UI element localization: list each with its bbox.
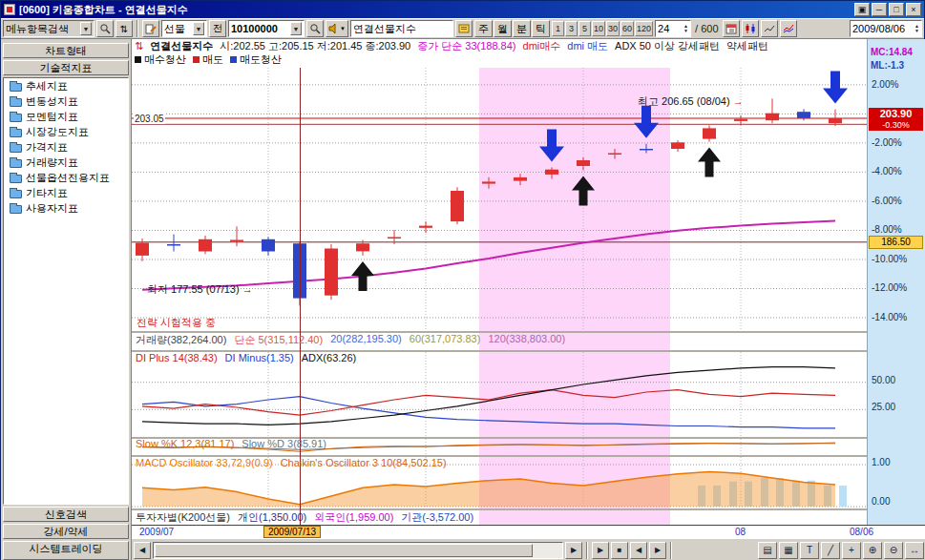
chevron-down-icon[interactable]: ▼ <box>290 22 302 35</box>
symbol-name-field[interactable]: 연결선물지수 <box>350 20 453 37</box>
minute-button-1[interactable]: 1 <box>552 21 564 36</box>
sort-button[interactable]: ⇅ <box>116 20 133 37</box>
sidebar-item-변동성지표[interactable]: 변동성지표 <box>4 93 128 109</box>
period-button-분[interactable]: 분 <box>513 20 531 37</box>
calendar-icon <box>725 23 737 34</box>
stop-button[interactable]: ■ <box>611 542 628 559</box>
stoch-legend-item: Slow %D 3(85.91) <box>242 438 326 449</box>
sidebar-item-사용자지표[interactable]: 사용자지표 <box>4 200 128 216</box>
period-button-틱[interactable]: 틱 <box>532 20 550 37</box>
instrument-combo[interactable]: 선물 ▼ <box>161 20 207 37</box>
sidebar-button-강세/약세[interactable]: 강세/약세 <box>3 524 129 539</box>
sidebar-item-label: 변동성지표 <box>26 94 78 109</box>
period-button-주[interactable]: 주 <box>474 20 493 37</box>
play-button[interactable]: ▶ <box>592 542 609 559</box>
scrollbar-track[interactable] <box>153 542 563 559</box>
calendar-button[interactable] <box>723 20 740 37</box>
step-forward-button[interactable]: ▶ <box>649 542 666 559</box>
sidebar-button-시스템트레이딩[interactable]: 시스템트레이딩 <box>3 541 129 560</box>
sidebar-item-시장강도지표[interactable]: 시장강도지표 <box>4 124 128 139</box>
chart-tool-buttons: ▤▦T╱+⊕⊖↔ <box>758 542 924 559</box>
chart-area[interactable]: ⇅ 연결선물지수 시:202.55 고:205.15 저:201.45 종:20… <box>132 39 867 525</box>
period-button-월[interactable]: 월 <box>494 20 512 37</box>
text-tool-button[interactable]: T <box>800 542 819 559</box>
sidebar-item-가격지표[interactable]: 가격지표 <box>4 139 128 155</box>
trendline-tool-button[interactable]: ╱ <box>821 542 840 559</box>
toolbar-separator <box>670 542 672 559</box>
compare-chart-button[interactable] <box>780 20 797 37</box>
folder-icon <box>10 114 22 122</box>
sidebar-item-label: 선물옵션전용지표 <box>26 171 110 185</box>
bottom-bar: ◀ ▶ ▶■◀▶ ▤▦T╱+⊕⊖↔ <box>132 538 925 560</box>
minute-button-10[interactable]: 10 <box>592 21 605 36</box>
chevron-down-icon[interactable]: ▼ <box>80 22 92 35</box>
scrollbar-thumb[interactable] <box>155 544 533 557</box>
sidebar-item-거래량지표[interactable]: 거래량지표 <box>4 155 128 170</box>
folder-icon <box>10 205 22 214</box>
menu-search-combo[interactable]: 메뉴항목검색 ▼ <box>3 20 95 37</box>
candle-chart-icon <box>745 23 756 34</box>
legend-item: 매도청산 <box>230 52 282 66</box>
dmi-legend-item: ADX(63.26) <box>302 352 356 363</box>
volume-legend-item: 120(338,803.00) <box>488 333 565 347</box>
step-back-button[interactable]: ◀ <box>630 542 647 559</box>
x-axis[interactable]: 2009/07 2009/07/13 08 08/06 <box>132 525 925 538</box>
pane-layout-button[interactable]: ▤ <box>758 542 777 559</box>
minute-button-60[interactable]: 60 <box>620 21 634 36</box>
popup-button[interactable]: ▣ <box>854 3 870 16</box>
sound-button[interactable]: ▼ <box>326 20 348 37</box>
code-search-button[interactable] <box>306 20 324 37</box>
sidebar-item-기타지표[interactable]: 기타지표 <box>4 185 128 200</box>
scroll-left-button[interactable]: ◀ <box>134 542 151 559</box>
code-combo[interactable]: 10100000 ▼ <box>228 20 305 37</box>
candle-chart-button[interactable] <box>742 20 759 37</box>
volume-pane-header: 거래량(382,264.00)단순 5(315,112.40)20(282,19… <box>136 333 565 347</box>
minimize-button[interactable]: ─ <box>872 3 887 16</box>
line-chart-button[interactable] <box>761 20 778 37</box>
legend-label: 매도청산 <box>240 52 282 66</box>
volume-legend-item: 60(317,073.83) <box>410 333 481 347</box>
line-chart-icon <box>764 23 775 34</box>
close-button[interactable]: × <box>906 3 921 16</box>
zoom-out-button[interactable]: ⊖ <box>884 542 903 559</box>
strategy-note: 전략 시험적용 중 <box>137 316 216 330</box>
memo-button[interactable] <box>455 20 473 37</box>
symbol-label: 연결선물지수 <box>150 39 213 52</box>
minute-button-120[interactable]: 120 <box>635 21 653 36</box>
crosshair-tool-button[interactable]: + <box>842 542 861 559</box>
chevron-down-icon[interactable]: ▼ <box>193 22 204 35</box>
zoom-in-button[interactable]: ⊕ <box>863 542 882 559</box>
legend-marker-icon <box>135 56 141 63</box>
dmi-chart[interactable] <box>132 352 867 437</box>
sidebar-item-모멘텀지표[interactable]: 모멘텀지표 <box>4 109 128 124</box>
price-axis[interactable]: MC:14.84 ML:-1.3 203.90 -0.30% 186.50 2.… <box>867 39 925 525</box>
minute-button-30[interactable]: 30 <box>606 21 620 36</box>
dmi-pane-header: DI Plus 14(38.43)DI Minus(1.35)ADX(63.26… <box>136 352 356 363</box>
date-picker[interactable]: 2009/08/06 ▲▼ <box>850 20 922 37</box>
grid-button[interactable]: ▦ <box>779 542 798 559</box>
bar-count-spinner[interactable]: 24 ▲▼ <box>655 20 691 37</box>
code-value: 10100000 <box>231 23 278 34</box>
minute-button-5[interactable]: 5 <box>578 21 591 36</box>
spinner-arrows-icon[interactable]: ▲▼ <box>914 24 919 33</box>
spinner-arrows-icon[interactable]: ▲▼ <box>683 24 688 33</box>
sidebar-item-선물옵션전용지표[interactable]: 선물옵션전용지표 <box>4 170 128 185</box>
dmi-buy-label: dmi매수 <box>523 39 561 52</box>
stock-edit-button[interactable] <box>142 20 159 37</box>
scroll-right-button[interactable]: ▶ <box>565 542 582 559</box>
technical-indicator-button[interactable]: 기술적지표 <box>3 60 129 75</box>
dmi-legend-item: DI Minus(1.35) <box>225 352 294 363</box>
volume-legend-item: 20(282,195.30) <box>330 333 402 347</box>
search-icon <box>99 23 111 34</box>
sidebar-item-label: 가격지표 <box>26 140 68 155</box>
fit-button[interactable]: ↔ <box>905 542 924 559</box>
minute-button-3[interactable]: 3 <box>565 21 578 36</box>
maximize-button[interactable]: □ <box>889 3 904 16</box>
sidebar-item-label: 추세지표 <box>26 79 68 93</box>
high-annotation: 최고 206.65 (08/04) → <box>638 94 744 109</box>
sidebar-button-신호검색[interactable]: 신호검색 <box>3 507 129 522</box>
sidebar-item-추세지표[interactable]: 추세지표 <box>4 78 128 93</box>
chart-type-button[interactable]: 차트형태 <box>3 43 129 58</box>
search-button[interactable] <box>96 20 114 37</box>
jeon-button[interactable]: 전 <box>209 20 226 37</box>
